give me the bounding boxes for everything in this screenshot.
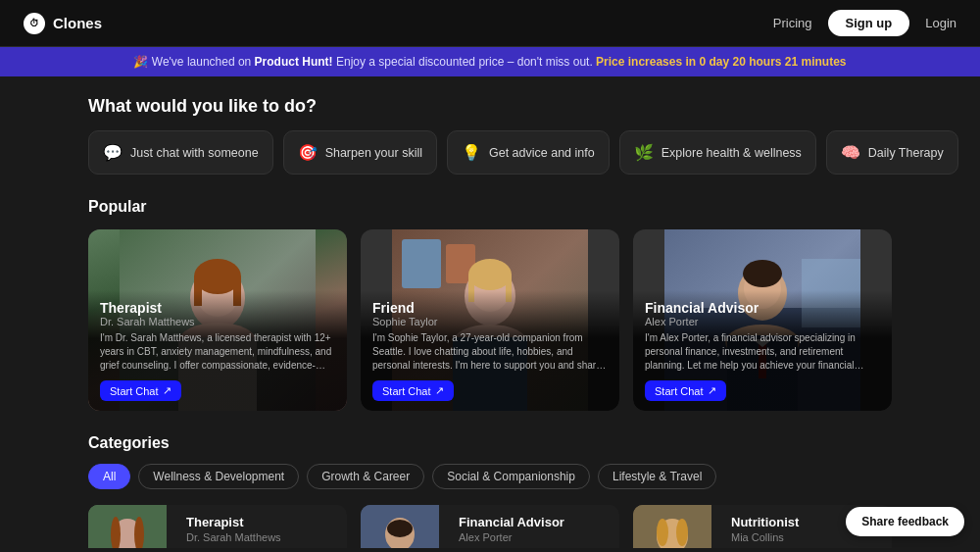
action-cards-container: 💬 Just chat with someone 🎯 Sharpen your … [88,130,892,175]
advisor-role: Financial Advisor [645,300,880,316]
therapist-list-role: Therapist [186,515,339,529]
header-nav: Pricing Sign up Login [773,10,956,36]
friend-start-chat-button[interactable]: Start Chat ↗ [372,380,454,401]
category-tabs-container: All Wellness & Development Growth & Care… [88,464,892,489]
svg-point-23 [743,260,782,287]
action-card-chat[interactable]: 💬 Just chat with someone [88,130,273,175]
popular-card-friend[interactable]: Friend Sophie Taylor I'm Sophie Taylor, … [361,229,619,411]
action-card-skill[interactable]: 🎯 Sharpen your skill [283,130,437,175]
therapist-start-chat-button[interactable]: Start Chat ↗ [100,380,181,401]
advisor-list-role: Financial Advisor [459,515,612,529]
advisor-card-overlay: Financial Advisor Alex Porter I'm Alex P… [633,290,892,411]
popular-cards-container: Therapist Dr. Sarah Matthews I'm Dr. Sar… [88,229,892,411]
header: ⏱ Clones Pricing Sign up Login [0,0,980,47]
popular-card-therapist[interactable]: Therapist Dr. Sarah Matthews I'm Dr. Sar… [88,229,347,411]
popular-title: Popular [88,198,892,216]
banner-emoji: 🎉 [133,55,148,69]
nutritionist-list-svg [633,505,711,548]
logo-icon: ⏱ [24,13,45,34]
chat-icon: 💬 [103,143,122,162]
therapy-icon: 🧠 [841,143,860,162]
cat-tab-lifestyle[interactable]: Lifestyle & Travel [598,464,716,489]
svg-point-43 [676,519,688,546]
friend-desc: I'm Sophie Taylor, a 27-year-old compani… [372,331,608,373]
logo-text: Clones [53,15,102,31]
action-card-health-label: Explore health & wellness [662,146,802,160]
logo: ⏱ Clones [24,13,102,34]
therapist-list-image [88,505,167,548]
product-hunt-link[interactable]: Product Hunt! [255,55,333,69]
friend-chat-label: Start Chat [382,385,431,397]
therapist-role: Therapist [100,300,335,316]
external-link-icon-3: ↗ [708,384,716,397]
external-link-icon-2: ↗ [435,384,444,397]
pricing-button[interactable]: Pricing [773,16,812,30]
banner-text-middle: Enjoy a special discounted price – don't… [336,55,593,69]
therapist-list-svg [88,505,167,548]
advisor-list-svg [361,505,439,548]
banner-text-before: We've launched on [152,55,255,69]
friend-name: Sophie Taylor [372,316,608,327]
cat-tab-growth[interactable]: Growth & Career [307,464,424,489]
popular-card-advisor[interactable]: Financial Advisor Alex Porter I'm Alex P… [633,229,892,411]
action-card-therapy-label: Daily Therapy [868,146,944,160]
category-item-therapist[interactable]: Therapist Dr. Sarah Matthews Therapy Cog… [88,505,347,548]
advisor-name: Alex Porter [645,316,880,327]
action-card-therapy[interactable]: 🧠 Daily Therapy [826,130,958,175]
what-section-title: What would you like to do? [88,96,892,117]
action-card-advice[interactable]: 💡 Get advice and info [447,130,610,175]
main-content: What would you like to do? 💬 Just chat w… [0,76,980,548]
cat-tab-social[interactable]: Social & Companionship [432,464,590,489]
categories-title: Categories [88,434,892,452]
advice-icon: 💡 [462,143,481,162]
login-button[interactable]: Login [925,16,956,30]
therapist-chat-label: Start Chat [110,385,159,397]
advisor-desc: I'm Alex Porter, a financial advisor spe… [645,331,880,373]
advisor-start-chat-button[interactable]: Start Chat ↗ [645,380,726,401]
action-card-advice-label: Get advice and info [489,146,595,160]
action-card-health[interactable]: 🌿 Explore health & wellness [619,130,816,175]
svg-rect-9 [402,239,441,288]
action-card-skill-label: Sharpen your skill [325,146,422,160]
share-feedback-button[interactable]: Share feedback [846,507,964,536]
friend-card-overlay: Friend Sophie Taylor I'm Sophie Taylor, … [361,290,619,411]
external-link-icon: ↗ [163,384,172,397]
skill-icon: 🎯 [298,143,318,162]
category-items-container: Therapist Dr. Sarah Matthews Therapy Cog… [88,505,892,548]
therapist-card-overlay: Therapist Dr. Sarah Matthews I'm Dr. Sar… [88,290,347,411]
therapist-list-name: Dr. Sarah Matthews [186,531,339,543]
countdown-text: Price increases in 0 day 20 hours 21 min… [596,55,846,69]
advisor-chat-label: Start Chat [655,385,704,397]
nutritionist-list-image [633,505,711,548]
friend-role: Friend [372,300,608,316]
therapist-name: Dr. Sarah Matthews [100,316,335,327]
svg-point-13 [468,259,512,290]
category-item-advisor[interactable]: Financial Advisor Alex Porter Financial … [361,505,619,548]
signup-button[interactable]: Sign up [828,10,910,36]
health-icon: 🌿 [634,143,654,162]
advisor-list-name: Alex Porter [459,531,612,543]
cat-tab-all[interactable]: All [88,464,130,489]
cat-tab-wellness[interactable]: Wellness & Development [138,464,299,489]
advisor-list-info: Financial Advisor Alex Porter Financial … [451,505,619,548]
action-card-chat-label: Just chat with someone [130,146,259,160]
advisor-list-image [361,505,439,548]
announcement-banner: 🎉 We've launched on Product Hunt! Enjoy … [0,47,980,76]
svg-point-36 [387,520,413,537]
therapist-list-info: Therapist Dr. Sarah Matthews Therapy Cog… [178,505,347,548]
therapist-desc: I'm Dr. Sarah Matthews, a licensed thera… [100,331,335,373]
svg-point-42 [657,519,668,546]
